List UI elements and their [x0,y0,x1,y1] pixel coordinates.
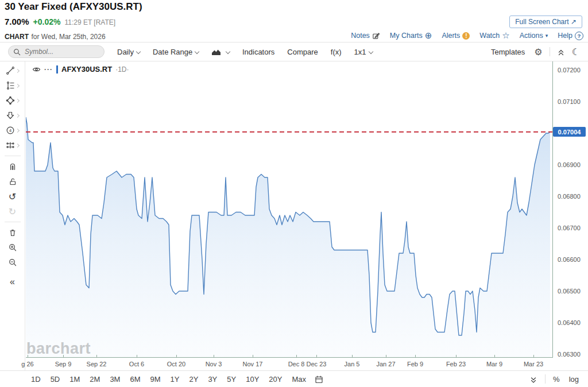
indicators-button[interactable]: Indicators [242,48,274,56]
series-more-menu[interactable]: ··· [44,65,53,73]
percent-scale-button[interactable]: % [553,375,560,384]
date-range-label: Date Range [153,48,192,56]
range-button-Max[interactable]: Max [291,374,307,385]
page-title: 30 Year Fixed (AFXY30US.RT) [5,1,142,13]
range-button-5D[interactable]: 5D [50,374,61,385]
watch-link[interactable]: Watch ☆ [479,30,509,41]
symbol-search-input[interactable] [24,47,89,56]
series-color-bar [56,65,58,73]
period-dropdown[interactable]: Daily [117,48,140,56]
y-axis-label: 0.07100 [558,98,587,105]
range-button-2M[interactable]: 2M [89,374,100,385]
dark-mode-toggle[interactable]: ☾ [572,47,580,57]
magnet-mode-button[interactable] [0,159,25,174]
notes-link[interactable]: Notes [351,32,380,40]
range-button-1D[interactable]: 1D [30,374,41,385]
expand-range-bar-button[interactable] [529,374,537,384]
barchart-chart-page: 30 Year Fixed (AFXY30US.RT) 7.00% +0.02%… [0,0,588,387]
shapes-tool-button[interactable] [0,93,25,108]
range-button-5Y[interactable]: 5Y [226,374,237,385]
drawing-tools-sidebar: 4 ↺ ↻ « [0,61,25,370]
submenu-arrow-icon [16,98,20,102]
x-axis-label: Mar 23 [517,361,550,367]
range-button-20Y[interactable]: 20Y [268,374,283,385]
my-charts-label: My Charts [390,32,423,40]
y-axis-label: 0.06500 [558,288,587,295]
trash-icon [8,228,17,237]
collapse-toolbar-button[interactable] [557,47,565,56]
chart-label: CHART [5,33,29,41]
chart-settings-button[interactable]: ⚙ [534,47,542,57]
collapse-sidebar-button[interactable]: « [0,274,25,289]
x-axis-label: Oct 20 [160,361,192,367]
delete-drawings-button[interactable] [0,225,25,240]
redo-button-disabled[interactable]: ↻ [0,204,25,219]
caret-down-icon: ▾ [546,33,548,38]
fibonacci-tool-button[interactable] [0,78,25,93]
range-button-1Y[interactable]: 1Y [170,374,180,385]
log-scale-button[interactable]: log [569,375,579,384]
plus-circle-icon: ⊕ [425,30,432,41]
help-circle-icon: ? [575,32,583,40]
eye-visibility-icon[interactable] [32,65,41,73]
x-axis-tickmark [296,355,297,358]
zoom-in-icon [8,243,17,252]
x-axis-label: Nov 17 [237,361,269,367]
full-screen-chart-button[interactable]: Full Screen Chart ↗ [509,16,582,28]
range-button-10Y[interactable]: 10Y [245,374,260,385]
date-range-dropdown[interactable]: Date Range [153,48,199,56]
undo-button[interactable]: ↺ [0,189,25,204]
range-button-3Y[interactable]: 3Y [207,374,218,385]
submenu-arrow-icon [16,113,20,117]
range-button-2Y[interactable]: 2Y [188,374,199,385]
y-axis-label: 0.06900 [558,161,587,168]
diamond-shape-icon [6,96,15,105]
zoom-in-button[interactable] [0,240,25,255]
price-chart-plot[interactable] [26,63,552,357]
range-button-3M[interactable]: 3M [109,374,121,385]
watch-label: Watch [479,32,500,40]
custom-date-button[interactable] [315,374,323,384]
x-axis-tickmark [28,355,28,358]
zoom-out-icon [8,258,17,267]
compare-button[interactable]: Compare [287,48,318,56]
full-screen-chart-label: Full Screen Chart [515,18,568,26]
help-label: Help [558,32,572,40]
chevron-down-icon [226,49,230,53]
x-axis-tickmark [63,355,64,358]
arrow-tool-button[interactable] [0,108,25,123]
x-axis-tickmark [415,355,416,358]
trendline-tool-button[interactable] [0,63,25,78]
range-button-6M[interactable]: 6M [129,374,141,385]
range-button-9M[interactable]: 9M [150,374,161,385]
y-axis-label: 0.06700 [558,225,587,231]
layout-dropdown[interactable]: 1x1 [354,48,373,56]
symbol-search-box[interactable] [8,45,105,58]
star-icon: ☆ [502,30,509,41]
x-axis-tickmark [137,355,137,358]
barchart-watermark: barchart [26,340,91,358]
svg-text:4: 4 [9,128,12,133]
series-legend[interactable]: ··· AFXY30US.RT ·1D· [32,65,129,73]
last-price-axis-label: 0.07004 [553,127,586,137]
range-toolbar: 1D5D1M2M3M6M9M1Y2Y3Y5Y10Y20YMax % log [0,371,588,387]
alerts-link[interactable]: Alerts ! [442,32,470,40]
actions-link[interactable]: Actions ▾ [520,32,548,40]
lock-drawings-button[interactable] [0,174,25,189]
actions-label: Actions [520,32,543,40]
annotations-tool-button[interactable]: 4 [0,123,25,138]
x-axis-label: Oct 6 [121,361,153,367]
my-charts-link[interactable]: My Charts ⊕ [390,30,432,41]
chevron-down-icon [195,49,199,53]
templates-button[interactable]: Templates [491,48,525,56]
range-button-1M[interactable]: 1M [69,374,80,385]
help-link[interactable]: Help ? [558,32,583,40]
submenu-arrow-icon [16,143,20,147]
measure-pattern-icon [6,141,15,150]
chart-type-dropdown[interactable] [211,48,230,56]
measure-tool-button[interactable] [0,138,25,153]
zoom-out-button[interactable] [0,255,25,270]
functions-button[interactable]: f(x) [331,48,342,56]
x-axis-label: Jan 5 [336,361,368,367]
unlock-icon [8,177,17,186]
